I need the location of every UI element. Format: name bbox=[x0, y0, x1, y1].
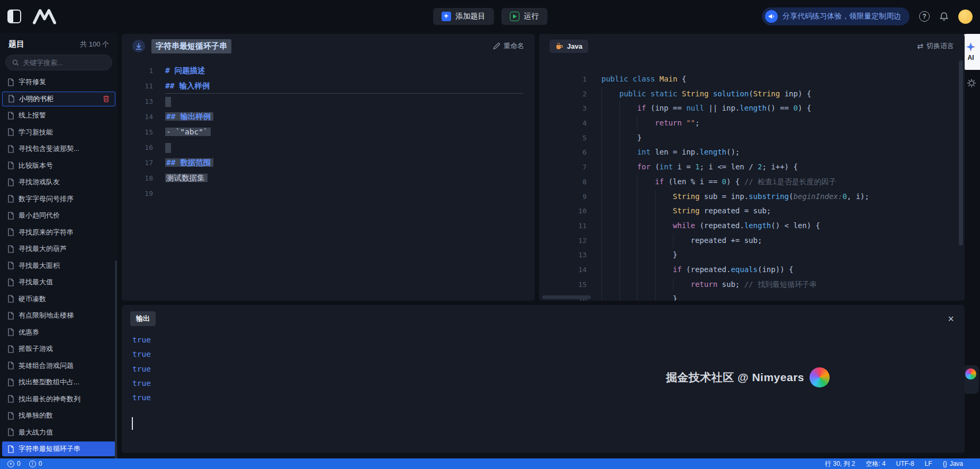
line-number: 14 bbox=[122, 109, 153, 124]
code-line[interactable]: 6int len = inp.length(); bbox=[539, 145, 965, 160]
eol-sequence[interactable]: LF bbox=[925, 460, 932, 467]
sidebar-item[interactable]: 找出整型数组中占... bbox=[2, 375, 115, 390]
code-line[interactable]: 1public class Main { bbox=[539, 72, 965, 87]
problem-editor-lines[interactable]: 1# 问题描述11## 输入样例1314## 输出样例15- `"abc"`16… bbox=[122, 58, 535, 301]
indent-guide bbox=[655, 277, 673, 292]
code-line[interactable]: 13} bbox=[539, 248, 965, 263]
markdown-line[interactable]: 16 bbox=[122, 140, 535, 155]
sidebar-item[interactable]: 寻找包含斐波那契... bbox=[2, 141, 115, 156]
code-editor-lines[interactable]: 1public class Main {2public static Strin… bbox=[539, 58, 965, 301]
sidebar-item[interactable]: 寻找最大的葫芦 bbox=[2, 241, 115, 256]
output-tab[interactable]: 输出 bbox=[130, 311, 156, 326]
sidebar-item[interactable]: 寻找原来的字符串 bbox=[2, 225, 115, 240]
code-line[interactable]: 12repeated += sub; bbox=[539, 233, 965, 248]
sidebar-item[interactable]: 寻找游戏队友 bbox=[2, 175, 115, 190]
java-icon bbox=[555, 42, 563, 50]
bell-icon[interactable] bbox=[939, 12, 949, 22]
language-mode[interactable]: {} Java bbox=[943, 460, 963, 467]
code-line[interactable]: 7for (int i = 1; i <= len / 2; i++) { bbox=[539, 160, 965, 175]
horizontal-scrollbar[interactable] bbox=[542, 295, 591, 299]
search-box[interactable] bbox=[5, 55, 112, 70]
code-line[interactable]: 5} bbox=[539, 131, 965, 146]
indent-guide bbox=[619, 248, 637, 263]
language-badge[interactable]: Java bbox=[550, 40, 588, 53]
markdown-line[interactable]: 15- `"abc"` bbox=[122, 124, 535, 140]
vertical-scrollbar[interactable] bbox=[959, 60, 963, 246]
indent-guide bbox=[619, 190, 637, 204]
sidebar-item[interactable]: 比较版本号 bbox=[2, 158, 115, 173]
code-line[interactable]: 2public static String solution(String in… bbox=[539, 87, 965, 102]
code-line[interactable]: 4return ""; bbox=[539, 116, 965, 131]
errors-indicator[interactable]: × 0 bbox=[7, 460, 21, 467]
sidebar-item[interactable]: 找出最长的神奇数列 bbox=[2, 392, 115, 407]
sidebar-item[interactable]: 数字字母问号排序 bbox=[2, 192, 115, 206]
sidebar-item[interactable]: 英雄组合游戏问题 bbox=[2, 358, 115, 373]
document-icon bbox=[7, 278, 14, 286]
trash-icon[interactable] bbox=[103, 95, 110, 103]
settings-gear-icon[interactable] bbox=[967, 78, 976, 88]
sidebar-item[interactable]: 最大战力值 bbox=[2, 425, 115, 440]
sidebar-item[interactable]: 学习新技能 bbox=[2, 125, 115, 140]
code-line[interactable]: 16} bbox=[539, 292, 965, 301]
sidebar-item[interactable]: 字符修复 bbox=[2, 75, 115, 89]
markdown-line[interactable]: 18测试数据集 bbox=[122, 170, 535, 186]
indent-guide bbox=[601, 292, 619, 301]
code-line[interactable]: 8if (len % i == 0) { // 检查i是否是长度的因子 bbox=[539, 175, 965, 190]
topbar: + 添加题目 运行 分享代码练习体验，领限量定制周边 ? bbox=[0, 0, 980, 33]
rename-label: 重命名 bbox=[504, 41, 524, 51]
encoding[interactable]: UTF-8 bbox=[896, 460, 914, 467]
sidebar-item[interactable]: 摇骰子游戏 bbox=[2, 341, 115, 356]
code-line[interactable]: 3if (inp == null || inp.length() == 0) { bbox=[539, 101, 965, 116]
problem-title[interactable]: 字符串最短循环子串 bbox=[151, 39, 231, 53]
code-line[interactable]: 10String repeated = sub; bbox=[539, 204, 965, 219]
cursor-position[interactable]: 行 30, 列 2 bbox=[825, 459, 855, 468]
line-number: 1 bbox=[539, 72, 587, 87]
add-problem-button[interactable]: + 添加题目 bbox=[433, 8, 494, 25]
markdown-line[interactable]: 14## 输出样例 bbox=[122, 109, 535, 124]
sidebar-item[interactable]: 最小趋同代价 bbox=[2, 208, 115, 223]
app-logo-icon[interactable] bbox=[33, 8, 56, 24]
run-button[interactable]: 运行 bbox=[501, 8, 547, 25]
sidebar-item[interactable]: 优惠券 bbox=[2, 325, 115, 340]
line-number: 2 bbox=[539, 87, 587, 102]
sidebar-item[interactable]: 小明的书柜 bbox=[2, 92, 115, 106]
code-line[interactable]: 9String sub = inp.substring(beginIndex:0… bbox=[539, 190, 965, 204]
sidebar-item[interactable]: 字符串最短循环子串 bbox=[2, 441, 115, 456]
search-input[interactable] bbox=[23, 59, 105, 67]
markdown-line[interactable]: 1# 问题描述 bbox=[122, 63, 535, 78]
sidebar-item[interactable]: 寻找最大值 bbox=[2, 275, 115, 290]
promo-banner[interactable]: 分享代码练习体验，领限量定制周边 bbox=[762, 7, 910, 25]
warnings-indicator[interactable]: ! 0 bbox=[29, 460, 42, 467]
sidebar-item[interactable]: 寻找最大面积 bbox=[2, 258, 115, 273]
markdown-line[interactable]: 13 bbox=[122, 94, 535, 109]
code-editor-panel: Java ⇄ 切换语言 1public class Main {2public … bbox=[539, 34, 965, 301]
sidebar-item[interactable]: 有点限制地走楼梯 bbox=[2, 308, 115, 323]
sidebar-item[interactable]: 找单独的数 bbox=[2, 408, 115, 423]
line-number: 6 bbox=[539, 145, 587, 160]
code-line[interactable]: 11while (repeated.length() < len) { bbox=[539, 219, 965, 233]
markdown-line[interactable]: 17## 数据范围 bbox=[122, 155, 535, 170]
indent-guide bbox=[637, 204, 655, 219]
sidebar-scrollbar[interactable] bbox=[115, 260, 117, 458]
markdown-line[interactable]: 11## 输入样例 bbox=[122, 78, 535, 94]
brain-icon bbox=[965, 368, 976, 380]
code-line[interactable]: 14if (repeated.equals(inp)) { bbox=[539, 263, 965, 277]
switch-language-button[interactable]: ⇄ 切换语言 bbox=[917, 41, 954, 51]
switch-language-label: 切换语言 bbox=[927, 41, 954, 51]
watermark-logo-icon bbox=[810, 367, 830, 387]
avatar[interactable] bbox=[958, 10, 973, 24]
indent-guide bbox=[637, 248, 655, 263]
sidebar-item[interactable]: 线上报警 bbox=[2, 108, 115, 123]
close-icon[interactable]: × bbox=[948, 313, 954, 324]
warnings-count: 0 bbox=[39, 460, 42, 467]
sidebar-item[interactable]: 硬币凑数 bbox=[2, 292, 115, 306]
sidebar-item-label: 比较版本号 bbox=[19, 161, 53, 170]
code-line[interactable]: 15return sub; // 找到最短循环子串 bbox=[539, 277, 965, 292]
rename-button[interactable]: 重命名 bbox=[493, 41, 524, 51]
help-icon[interactable]: ? bbox=[919, 11, 930, 22]
assistant-float-button[interactable] bbox=[963, 365, 979, 394]
indentation[interactable]: 空格: 4 bbox=[866, 459, 885, 468]
sidebar-toggle-icon[interactable] bbox=[7, 10, 21, 23]
markdown-line[interactable]: 19 bbox=[122, 186, 535, 201]
download-icon[interactable] bbox=[132, 40, 145, 52]
